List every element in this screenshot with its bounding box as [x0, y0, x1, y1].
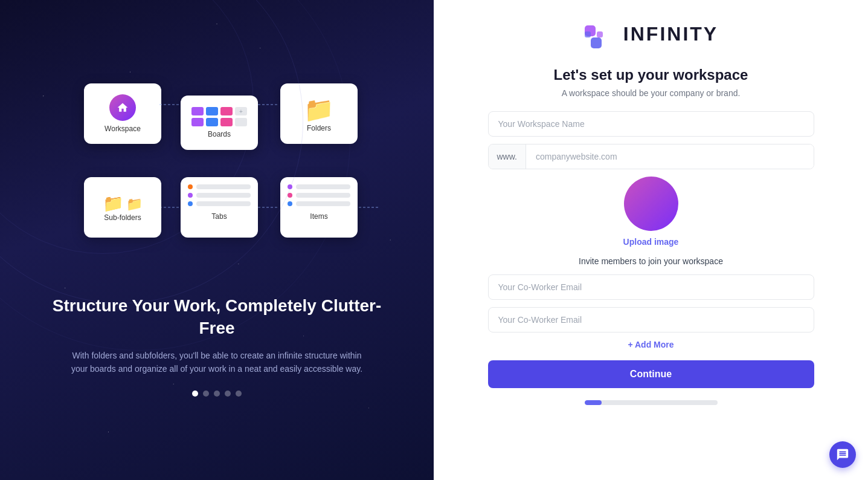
- carousel-dots: [192, 391, 242, 397]
- board-item-1: [191, 107, 204, 115]
- tab-dot-orange: [188, 184, 193, 189]
- coworker-email-2[interactable]: [488, 307, 814, 332]
- main-headline: Structure Your Work, Completely Clutter-…: [36, 295, 397, 339]
- dot-1[interactable]: [192, 391, 198, 397]
- board-item-7: [220, 118, 233, 126]
- item-line-2: [288, 193, 350, 198]
- sub-text: With folders and subfolders, you'll be a…: [66, 349, 368, 376]
- tab-line-3: [188, 201, 251, 206]
- connector-workspace-sub: [159, 201, 182, 213]
- item-dot-purple: [288, 184, 292, 189]
- board-item-5: [191, 118, 204, 126]
- home-icon: [117, 102, 129, 114]
- dot-5[interactable]: [236, 391, 242, 397]
- item-dot-blue: [288, 201, 292, 206]
- setup-subtitle: A workspace should be your company or br…: [562, 88, 741, 98]
- board-item-plus: +: [235, 107, 247, 115]
- card-tabs: Tabs: [181, 177, 258, 238]
- add-more-button[interactable]: + Add More: [488, 340, 814, 349]
- card-boards: + Boards: [181, 96, 258, 150]
- subfolder-icons: 📁 📁: [103, 193, 143, 213]
- dot-4[interactable]: [225, 391, 231, 397]
- board-item-plus2: [235, 118, 247, 126]
- tab-dot-purple: [188, 193, 193, 198]
- item-bar-1: [296, 184, 350, 189]
- chat-icon: [836, 448, 849, 461]
- item-bar-3: [296, 201, 350, 206]
- card-folders: 📁 Folders: [280, 83, 358, 144]
- workspace-card-label: Workspace: [104, 125, 141, 133]
- dot-3[interactable]: [214, 391, 220, 397]
- connector-boards-folders: [258, 99, 282, 111]
- tabs-card-label: Tabs: [211, 212, 227, 221]
- infinity-logo-icon: [583, 18, 615, 50]
- folder-icon: 📁: [304, 96, 334, 124]
- item-bar-2: [296, 193, 350, 198]
- diagram-area: Workspace + Boards 📁: [42, 83, 392, 283]
- url-row: www.: [488, 144, 814, 169]
- tab-line-2: [188, 193, 251, 198]
- logo-text: INFINITY: [623, 23, 718, 45]
- item-line-1: [288, 184, 350, 189]
- workspace-icon-circle: [109, 94, 136, 121]
- board-item-3: [220, 107, 233, 115]
- avatar-circle[interactable]: [624, 177, 678, 231]
- setup-title: Let's set up your workspace: [554, 66, 748, 83]
- connector-sub-tabs: [258, 201, 281, 213]
- board-item-6: [206, 118, 218, 126]
- card-subfolders: 📁 📁 Sub-folders: [84, 177, 161, 238]
- avatar-section: Upload image: [488, 177, 814, 247]
- tab-line-1: [188, 184, 251, 189]
- card-items: Items: [280, 177, 358, 238]
- chat-bubble-button[interactable]: [829, 441, 856, 468]
- text-section: Structure Your Work, Completely Clutter-…: [0, 295, 434, 376]
- tab-bar-1: [196, 184, 251, 189]
- continue-button[interactable]: Continue: [488, 360, 814, 388]
- item-dot-pink: [288, 193, 292, 198]
- folders-card-label: Folders: [307, 124, 331, 132]
- boards-card-label: Boards: [208, 130, 231, 138]
- workspace-name-input[interactable]: [488, 111, 814, 137]
- subfolder-icon-main: 📁: [103, 193, 124, 213]
- subfolder-icon-sub: 📁: [126, 196, 143, 212]
- items-card-label: Items: [310, 212, 327, 221]
- card-workspace: Workspace: [84, 83, 161, 144]
- svg-rect-6: [585, 31, 591, 37]
- svg-rect-7: [591, 37, 602, 48]
- upload-image-link[interactable]: Upload image: [623, 237, 679, 247]
- connector-tabs-items: [359, 201, 382, 213]
- subfolders-card-label: Sub-folders: [104, 213, 141, 222]
- url-prefix: www.: [489, 144, 526, 169]
- right-panel: INFINITY Let's set up your workspace A w…: [434, 0, 868, 480]
- boards-grid: +: [191, 107, 247, 126]
- svg-rect-8: [597, 31, 603, 37]
- tab-bar-3: [196, 201, 251, 206]
- coworker-email-1[interactable]: [488, 274, 814, 300]
- form-section: www. Upload image Invite members to join…: [488, 111, 814, 405]
- tab-bar-2: [196, 193, 251, 198]
- board-item-2: [206, 107, 218, 115]
- dot-2[interactable]: [203, 391, 209, 397]
- progress-track: [585, 400, 718, 405]
- invite-title: Invite members to join your workspace: [488, 256, 814, 266]
- logo-row: INFINITY: [583, 18, 718, 50]
- tab-dot-blue: [188, 201, 193, 206]
- item-line-3: [288, 201, 350, 206]
- left-panel: Workspace + Boards 📁: [0, 0, 434, 480]
- url-input[interactable]: [526, 144, 814, 169]
- progress-fill: [585, 400, 602, 405]
